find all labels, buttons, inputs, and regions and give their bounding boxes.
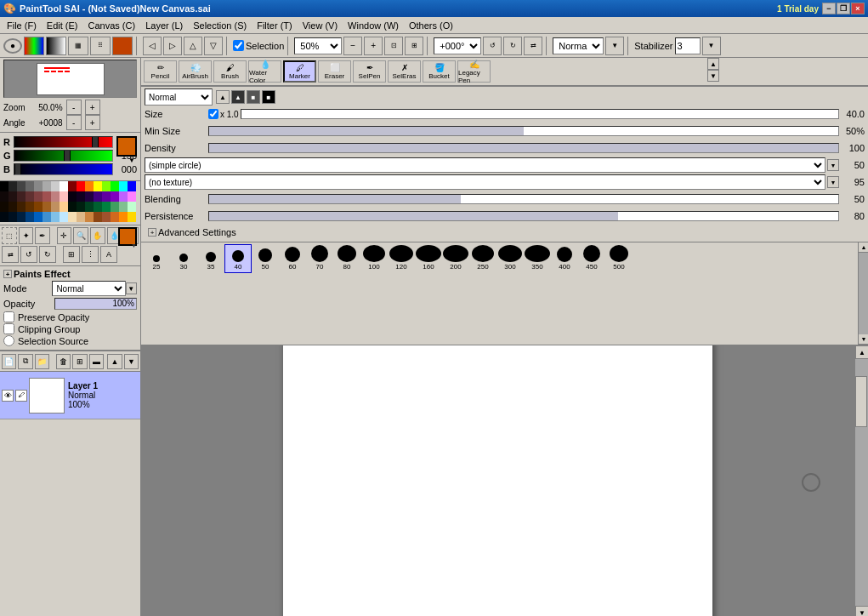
palette-cell[interactable]: [43, 181, 51, 191]
r-thumb[interactable]: [92, 136, 99, 148]
palette-cell[interactable]: [77, 202, 85, 212]
legacypen-tool[interactable]: ✍ Legacy Pen: [457, 60, 491, 83]
brush-scroll-down[interactable]: ▼: [707, 70, 719, 82]
move-tool[interactable]: ✛: [57, 227, 72, 244]
brush-size-60[interactable]: 60: [279, 244, 306, 273]
preserve-opacity-checkbox[interactable]: [3, 311, 14, 322]
palette-cell[interactable]: [0, 191, 9, 202]
delete-layer-button[interactable]: 🗑: [56, 354, 71, 369]
zoom-decrease-button[interactable]: -: [66, 100, 82, 115]
palette-cell[interactable]: [77, 181, 85, 191]
palette-cell[interactable]: [17, 202, 26, 212]
layer-visibility-toggle[interactable]: 👁: [2, 390, 14, 402]
brush-size-450[interactable]: 450: [578, 244, 605, 273]
selection-source-radio[interactable]: [3, 335, 14, 346]
brush-size-80[interactable]: 80: [333, 244, 360, 273]
palette-cell[interactable]: [43, 212, 51, 222]
seleras-tool[interactable]: ✗ SelEras: [388, 60, 421, 83]
palette-cell[interactable]: [128, 212, 136, 222]
palette-cell[interactable]: [9, 202, 17, 212]
rotate-ccw-button[interactable]: ↺: [483, 37, 502, 55]
palette-cell[interactable]: [60, 191, 68, 202]
rotate-left-tool[interactable]: ↺: [20, 246, 37, 263]
nav-btn-2[interactable]: ▷: [163, 37, 182, 55]
marker-tool[interactable]: 🖊 Marker: [283, 60, 316, 83]
palette-cell[interactable]: [85, 212, 94, 222]
stabilizer-input[interactable]: [675, 37, 701, 54]
palette-cell[interactable]: [60, 212, 68, 222]
palette-cell[interactable]: [17, 191, 26, 202]
nav-btn-1[interactable]: ◁: [143, 37, 162, 55]
brush-size-120[interactable]: 120: [388, 244, 415, 273]
palette-cell[interactable]: [51, 191, 60, 202]
flatten-button[interactable]: ▬: [89, 354, 104, 369]
palette-cell[interactable]: [94, 202, 102, 212]
blend-mode-btn[interactable]: ▼: [605, 37, 624, 55]
palette-cell[interactable]: [119, 191, 128, 202]
opacity-slider[interactable]: 100%: [54, 298, 137, 310]
vscroll-thumb[interactable]: [855, 376, 867, 427]
size-checkbox[interactable]: [208, 109, 218, 119]
brush-size-70[interactable]: 70: [306, 244, 333, 273]
zoom-reset-button[interactable]: ⊡: [384, 37, 403, 55]
palette-cell[interactable]: [34, 202, 43, 212]
palette-cell[interactable]: [102, 212, 111, 222]
menu-filter[interactable]: Filter (T): [252, 20, 298, 31]
menu-window[interactable]: Window (W): [343, 20, 404, 31]
palette-cell[interactable]: [111, 212, 119, 222]
view-full-tool[interactable]: ⊞: [63, 246, 80, 263]
brush-size-200[interactable]: 200: [442, 244, 469, 273]
palette-cell[interactable]: [0, 181, 9, 191]
palette-cell[interactable]: [128, 191, 136, 202]
palette-cell[interactable]: [85, 191, 94, 202]
menu-selection[interactable]: Selection (S): [188, 20, 252, 31]
merge-layer-button[interactable]: ⊞: [72, 354, 87, 369]
selpen-tool[interactable]: ✒ SelPen: [353, 60, 386, 83]
palette-cell[interactable]: [111, 191, 119, 202]
b-thumb[interactable]: [14, 163, 21, 175]
layers-scroll-up[interactable]: ▲: [107, 354, 122, 369]
palette-cell[interactable]: [0, 202, 9, 212]
brush-size-350[interactable]: 350: [524, 244, 551, 273]
angle-increase-button[interactable]: +: [85, 115, 100, 130]
palette-cell[interactable]: [9, 212, 17, 222]
texture-select[interactable]: (no texture): [145, 174, 825, 190]
selection-checkbox[interactable]: [233, 40, 244, 51]
layer-lock-icon[interactable]: 🖊: [15, 390, 27, 402]
layers-scroll-down[interactable]: ▼: [124, 354, 139, 369]
new-folder-button[interactable]: 📁: [35, 354, 49, 369]
palette-cell[interactable]: [111, 202, 119, 212]
mode-dropdown-arrow[interactable]: ▼: [126, 282, 137, 294]
scroll-down-button[interactable]: ▼: [855, 606, 868, 616]
palette-cell[interactable]: [94, 191, 102, 202]
nav-btn-3[interactable]: △: [184, 37, 202, 55]
palette-cell[interactable]: [102, 181, 111, 191]
palette-cell[interactable]: [51, 212, 60, 222]
color-mode-circle[interactable]: ●: [3, 38, 22, 54]
brush-tool[interactable]: 🖌 Brush: [213, 60, 247, 83]
palette-cell[interactable]: [68, 212, 77, 222]
palette-cell[interactable]: [111, 181, 119, 191]
brush-size-30[interactable]: 30: [170, 244, 197, 273]
brush-blend-solid[interactable]: ■: [247, 90, 260, 104]
restore-button[interactable]: ❐: [837, 3, 850, 14]
airbrush-tool[interactable]: 💨 AirBrush: [179, 60, 212, 83]
palette-cell[interactable]: [102, 202, 111, 212]
nav-btn-4[interactable]: ▽: [204, 37, 223, 55]
palette-cell[interactable]: [43, 191, 51, 202]
copy-layer-button[interactable]: ⧉: [18, 354, 32, 369]
brush-size-35[interactable]: 35: [197, 244, 224, 273]
zoom-increase-button[interactable]: +: [85, 100, 100, 115]
g-slider[interactable]: [14, 150, 113, 162]
color-hsv-btn[interactable]: [24, 37, 44, 55]
brush-size-25[interactable]: 25: [143, 244, 170, 273]
stabilizer-dropdown[interactable]: ▼: [702, 37, 721, 55]
palette-cell[interactable]: [17, 212, 26, 222]
current-color-box[interactable]: [116, 136, 137, 157]
rotation-select[interactable]: +000°: [434, 37, 481, 54]
mode-select[interactable]: Normal Multiply Screen: [52, 281, 125, 296]
text-tool[interactable]: A: [100, 246, 117, 263]
g-thumb[interactable]: [64, 150, 71, 162]
zoom-out-button[interactable]: −: [343, 37, 362, 55]
zoom-tool[interactable]: 🔍: [73, 227, 88, 244]
